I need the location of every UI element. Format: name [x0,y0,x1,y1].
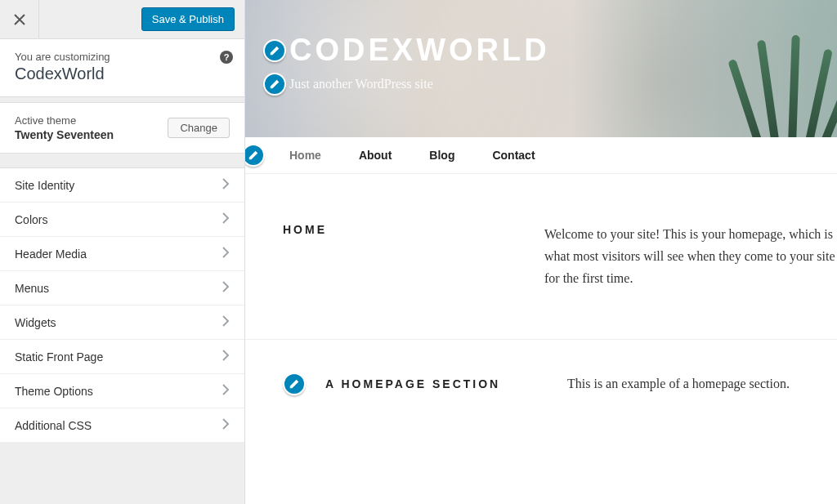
customize-info: You are customizing CodexWorld ? [0,39,244,96]
chevron-right-icon [222,212,230,226]
front-section-homepage-section: A HOMEPAGE SECTION This is an example of… [245,340,837,428]
divider [0,96,244,103]
edit-shortcut-nav[interactable] [245,144,265,167]
change-theme-button[interactable]: Change [168,118,230,138]
site-title[interactable]: CODEXWORLD [289,33,550,68]
primary-nav: Home About Blog Contact [245,137,837,174]
panel-colors[interactable]: Colors [0,203,244,237]
chevron-right-icon [222,350,230,364]
close-button[interactable] [0,0,39,39]
panel-widgets[interactable]: Widgets [0,306,244,340]
site-preview: CODEXWORLD Just another WordPress site H… [245,0,837,504]
chevron-right-icon [222,247,230,261]
edit-shortcut-title[interactable] [263,39,286,62]
section-body: Welcome to your site! This is your homep… [544,223,837,290]
close-icon [14,14,25,25]
pencil-icon [269,78,280,90]
customizer-sidebar: Save & Publish You are customizing Codex… [0,0,245,504]
panel-label: Widgets [15,316,56,329]
panel-header-media[interactable]: Header Media [0,237,244,271]
site-tagline[interactable]: Just another WordPress site [289,77,433,91]
section-body: This is an example of a homepage section… [567,372,837,395]
section-heading: A HOMEPAGE SECTION [325,377,567,390]
panel-label: Header Media [15,248,87,261]
help-icon[interactable]: ? [220,51,233,64]
section-heading: HOME [283,223,544,290]
customizing-label: You are customizing [15,51,230,63]
panel-label: Menus [15,282,49,295]
panel-site-identity[interactable]: Site Identity [0,168,244,203]
sidebar-header: Save & Publish [0,0,244,39]
panel-label: Colors [15,213,47,226]
panel-label: Site Identity [15,179,74,192]
front-section-home: HOME Welcome to your site! This is your … [245,174,837,339]
nav-contact[interactable]: Contact [492,149,535,162]
nav-home[interactable]: Home [289,149,321,162]
active-theme-row: Active theme Twenty Seventeen Change [0,103,244,154]
panel-label: Static Front Page [15,350,103,364]
customizer-panels: Site Identity Colors Header Media Menus … [0,168,244,443]
panel-static-front-page[interactable]: Static Front Page [0,340,244,374]
panel-additional-css[interactable]: Additional CSS [0,408,244,443]
panel-menus[interactable]: Menus [0,271,244,306]
chevron-right-icon [222,281,230,295]
active-theme-label: Active theme [15,114,114,127]
hero-header: CODEXWORLD Just another WordPress site [245,0,837,137]
divider [0,154,244,168]
pencil-icon [289,378,300,390]
edit-shortcut-tagline[interactable] [263,73,286,96]
save-publish-button[interactable]: Save & Publish [141,7,235,31]
panel-theme-options[interactable]: Theme Options [0,374,244,408]
nav-about[interactable]: About [359,149,392,162]
active-theme-name: Twenty Seventeen [15,128,114,141]
panel-label: Theme Options [15,385,93,398]
chevron-right-icon [222,418,230,432]
chevron-right-icon [222,178,230,192]
edit-shortcut-section[interactable] [283,372,306,395]
pencil-icon [269,45,280,56]
chevron-right-icon [222,315,230,329]
nav-blog[interactable]: Blog [429,149,454,162]
pencil-icon [248,149,259,161]
customizing-site-name: CodexWorld [15,65,230,83]
chevron-right-icon [222,384,230,398]
panel-label: Additional CSS [15,419,92,432]
